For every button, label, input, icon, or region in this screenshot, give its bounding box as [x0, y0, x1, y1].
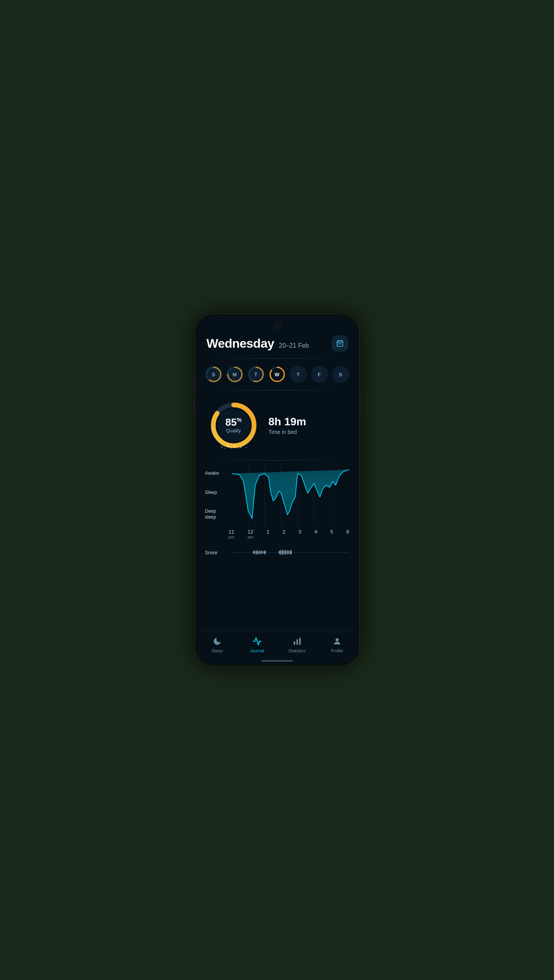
- time-label: Time in bed: [269, 429, 307, 435]
- snore-bar: [258, 551, 259, 554]
- snore-timeline: [232, 546, 349, 558]
- nav-item-statistics[interactable]: Statistics: [285, 636, 309, 653]
- divider-chart: [205, 460, 349, 461]
- day-label-6: S: [339, 372, 342, 377]
- svg-point-25: [237, 448, 238, 449]
- quality-section: 85% Quality 8h 19m Time in bed: [205, 394, 349, 457]
- snore-bar: [262, 551, 263, 554]
- y-label-awake: Awake: [205, 470, 229, 476]
- svg-rect-4: [338, 343, 339, 345]
- svg-rect-37: [299, 638, 301, 645]
- day-circle-M-1[interactable]: M: [226, 366, 243, 383]
- snore-burst-2: [279, 550, 292, 555]
- person-icon: [332, 636, 343, 647]
- snore-bar: [264, 550, 265, 554]
- time-info: 8h 19m Time in bed: [269, 416, 307, 435]
- day-label-1: M: [232, 372, 237, 377]
- svg-rect-36: [296, 639, 298, 645]
- svg-point-22: [227, 445, 229, 447]
- svg-point-23: [231, 448, 231, 448]
- day-circle-T-2[interactable]: T: [247, 366, 265, 383]
- snore-bar: [256, 551, 256, 554]
- time-tick-bot-1: am: [247, 535, 253, 539]
- day-label-3: W: [274, 372, 279, 377]
- day-circle-T-4[interactable]: T: [290, 366, 307, 383]
- home-indicator: [262, 660, 293, 662]
- snore-bar: [291, 550, 292, 554]
- day-title: Wednesday: [207, 336, 274, 351]
- snore-bar: [257, 550, 258, 555]
- y-label-sleep: Sleep: [205, 490, 229, 495]
- date-subtitle: 20–21 Feb: [279, 342, 309, 349]
- time-tick-top-0: 11: [229, 529, 234, 535]
- divider-mid: [205, 390, 349, 390]
- chart-area: [232, 464, 349, 526]
- snore-bar: [261, 551, 262, 554]
- divider-top: [205, 358, 349, 359]
- nav-label-profile: Profile: [331, 648, 343, 653]
- y-label-deep: Deepsleep: [205, 508, 229, 520]
- snore-bar: [260, 550, 260, 554]
- nav-label-sleep: Sleep: [211, 648, 222, 653]
- nav-item-profile[interactable]: Profile: [325, 636, 349, 653]
- time-axis-labels: 11 pm12 am1 2 3 4 5 6: [229, 529, 349, 540]
- calendar-button[interactable]: [332, 336, 348, 351]
- time-tick-0: 11 pm: [229, 529, 234, 540]
- time-tick-2: 1: [267, 529, 269, 540]
- bar-chart-icon: [292, 636, 303, 647]
- time-tick-5: 4: [314, 529, 317, 540]
- time-tick-top-3: 2: [283, 529, 285, 535]
- svg-rect-5: [340, 343, 341, 345]
- snore-bar: [285, 550, 286, 555]
- snore-bar: [253, 551, 254, 554]
- time-tick-top-4: 3: [298, 529, 301, 535]
- time-axis: 11 pm12 am1 2 3 4 5 6: [205, 529, 349, 540]
- snore-bar: [284, 551, 285, 554]
- time-tick-1: 12 am: [247, 529, 253, 540]
- time-tick-bot-0: pm: [229, 535, 234, 539]
- nav-item-sleep[interactable]: Sleep: [205, 636, 229, 653]
- time-value: 8h 19m: [269, 416, 307, 428]
- time-tick-top-2: 1: [267, 529, 269, 535]
- chart-wrapper: Awake Sleep Deepsleep: [205, 464, 349, 526]
- nav-item-journal[interactable]: Journal: [245, 636, 269, 653]
- day-circle-F-5[interactable]: F: [311, 366, 328, 383]
- day-circle-W-3[interactable]: W: [269, 366, 286, 383]
- snore-burst-1: [253, 550, 266, 555]
- snore-bar: [288, 551, 289, 554]
- quality-ring-container: 85% Quality: [208, 400, 259, 451]
- time-tick-top-5: 4: [314, 529, 317, 535]
- day-label-5: F: [318, 372, 321, 377]
- svg-point-20: [221, 446, 222, 448]
- time-tick-4: 3: [298, 529, 301, 540]
- time-tick-7: 6: [346, 529, 349, 540]
- day-label-4: T: [297, 372, 300, 377]
- svg-point-21: [225, 448, 225, 449]
- snore-label: Snore: [205, 550, 218, 555]
- snore-bar: [265, 551, 266, 554]
- svg-point-26: [240, 446, 242, 448]
- snore-bar: [279, 551, 280, 554]
- ring-center: 85% Quality: [225, 417, 242, 434]
- day-circle-S-6[interactable]: S: [332, 366, 349, 383]
- svg-rect-35: [294, 641, 295, 645]
- activity-icon: [252, 636, 263, 647]
- sleep-chart-svg: [232, 464, 349, 526]
- day-label-2: T: [254, 372, 258, 377]
- header-left: Wednesday 20–21 Feb: [207, 336, 309, 351]
- day-circle-S-0[interactable]: S: [205, 366, 222, 383]
- nav-label-journal: Journal: [250, 648, 264, 653]
- svg-point-24: [234, 446, 235, 447]
- svg-point-28: [245, 447, 247, 448]
- quality-percent: 85%: [225, 417, 242, 427]
- snore-bar: [290, 550, 291, 555]
- snore-bar: [254, 550, 255, 554]
- sparkles: [218, 442, 249, 450]
- snore-bar: [282, 550, 282, 554]
- chart-section: Awake Sleep Deepsleep: [205, 464, 349, 540]
- day-label-0: S: [212, 372, 215, 377]
- time-tick-3: 2: [283, 529, 285, 540]
- chart-y-labels: Awake Sleep Deepsleep: [205, 464, 229, 526]
- snore-bar: [287, 550, 288, 554]
- snore-bar: [283, 550, 283, 555]
